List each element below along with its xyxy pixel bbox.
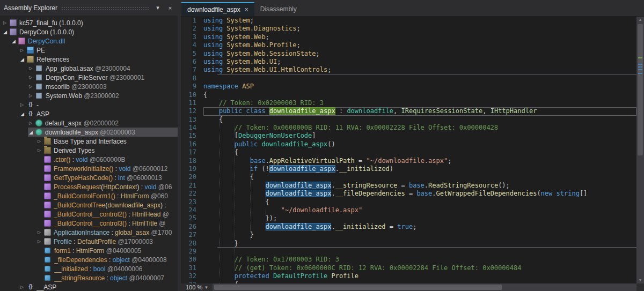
expander-collapsed-icon[interactable]: ▷ [36, 148, 44, 153]
code-line-11[interactable]: 11 // Token: 0x02000003 RID: 3 [181, 99, 636, 107]
tree-item-label: FrameworkInitialize() : void @06000012 [54, 165, 167, 173]
expander-collapsed-icon[interactable]: ▷ [19, 102, 27, 107]
tree-item-pe[interactable]: ▷PE [0, 46, 178, 55]
expander-collapsed-icon[interactable]: ▷ [19, 285, 27, 289]
tree-item-derpycon-dll[interactable]: ◢DerpyCon.dll [0, 36, 178, 46]
code-line-7[interactable]: 7using System.Web.UI.HtmlControls; [181, 66, 636, 74]
code-line-27[interactable]: 27 } [181, 231, 636, 239]
code-line-1[interactable]: 1using System; [181, 17, 636, 25]
code-line-6[interactable]: 6using System.Web.UI; [181, 58, 636, 66]
panel-menu-button[interactable]: ▾ [153, 4, 162, 11]
expander-collapsed-icon[interactable]: ▷ [28, 84, 35, 89]
tree-item-mscorlib[interactable]: ▷mscorlib @23000003 [0, 82, 178, 91]
expander-expanded-icon[interactable]: ◢ [19, 111, 27, 117]
tree-item-filedependencies[interactable]: _fileDependencies : object @04000008 [0, 255, 178, 264]
tree-item-buildcontroltree[interactable]: _BuildControlTree(downloadfile_aspx) : [0, 200, 178, 210]
code-line-25[interactable]: 25 }); [181, 214, 636, 222]
expander-collapsed-icon[interactable]: ▷ [28, 121, 35, 125]
tree-item-gettypehashcode[interactable]: GetTypeHashCode() : int @06000013 [0, 173, 178, 182]
line-number: 15 [181, 132, 203, 140]
expander-expanded-icon[interactable]: ◢ [2, 29, 10, 35]
code-line-5[interactable]: 5using System.Web.SessionState; [181, 50, 636, 58]
tree-item-processrequest[interactable]: ProcessRequest(HttpContext) : void @06 [0, 182, 178, 191]
tree-item-[interactable]: ▷{}- [0, 100, 178, 109]
tree-item-buildcontrol-control3[interactable]: _BuildControl__control3() : HtmlTitle @ [0, 219, 178, 228]
code-line-13[interactable]: 13 { [181, 116, 636, 124]
panel-close-button[interactable]: × [166, 5, 174, 11]
code-line-30[interactable]: 30 // Token: 0x17000003 RID: 3 [181, 256, 636, 264]
tree-item-profile[interactable]: ▷Profile : DefaultProfile @17000003 [0, 237, 178, 246]
expander-expanded-icon[interactable]: ◢ [11, 39, 18, 44]
tree-item-label: Derived Types [54, 147, 94, 154]
tree-item-derived-types[interactable]: ▷Derived Types [0, 146, 178, 155]
code-line-10[interactable]: 10{ [181, 91, 636, 99]
expander-collapsed-icon[interactable]: ▷ [28, 93, 35, 98]
scroll-down-icon[interactable]: ▼ [636, 277, 644, 283]
code-line-14[interactable]: 14 // Token: 0x0600000B RID: 11 RVA: 0x0… [181, 124, 636, 132]
code-line-28[interactable]: 28 } [181, 240, 636, 248]
code-line-19[interactable]: 19 if (!downloadfile_aspx.__initialized) [181, 165, 636, 173]
code-line-20[interactable]: 20 { [181, 173, 636, 181]
code-line-12[interactable]: 12 public class downloadfile_aspx : down… [181, 107, 636, 115]
code-line-17[interactable]: 17 { [181, 148, 636, 156]
line-text: { [203, 116, 636, 124]
tree-item-downloadfile-aspx[interactable]: ◢downloadfile_aspx @02000003 [0, 128, 178, 137]
vertical-scroll-thumb[interactable] [638, 24, 643, 155]
tab-downloadfile-aspx[interactable]: downloadfile_aspx× [181, 2, 254, 16]
tree-item-base-type-and-interfaces[interactable]: ▷Base Type and Interfaces [0, 137, 178, 146]
tree-item-app-global-asax[interactable]: ▷App_global.asax @23000004 [0, 64, 178, 73]
expander-collapsed-icon[interactable]: ▷ [28, 66, 35, 71]
tree-item-kc57-final-fu-1-0-0-0[interactable]: ▷kc57_final_fu (1.0.0.0) [0, 18, 178, 27]
horizontal-scroll-thumb[interactable] [214, 285, 502, 290]
code-line-31[interactable]: 31 // (get) Token: 0x0600000C RID: 12 RV… [181, 264, 636, 272]
expander-collapsed-icon[interactable]: ▷ [2, 20, 10, 25]
tree-item-label: default_aspx @02000002 [45, 120, 119, 127]
vertical-scrollbar[interactable]: ▲ ▼ [636, 17, 644, 283]
tree-item-ctor[interactable]: .ctor() : void @0600000B [0, 155, 178, 164]
code-line-21[interactable]: 21 downloadfile_aspx.__stringResource = … [181, 182, 636, 190]
tree-item-initialized[interactable]: __initialized : bool @04000006 [0, 264, 178, 273]
tree-item-asp[interactable]: ◢{}ASP [0, 109, 178, 118]
expander-collapsed-icon[interactable]: ▷ [36, 230, 44, 235]
zoom-control[interactable]: 100 % ▾ [181, 283, 213, 291]
scroll-mark [638, 66, 642, 68]
tree-item-form1[interactable]: form1 : HtmlForm @04000005 [0, 246, 178, 255]
tree-item-derpycon-1-0-0-0[interactable]: ◢DerpyCon (1.0.0.0) [0, 27, 178, 36]
tree-item-stringresource[interactable]: __stringResource : object @04000007 [0, 273, 178, 282]
horizontal-scrollbar[interactable] [213, 283, 636, 291]
code-line-3[interactable]: 3using System.Web; [181, 33, 636, 41]
code-line-2[interactable]: 2using System.Diagnostics; [181, 25, 636, 33]
expander-expanded-icon[interactable]: ◢ [28, 130, 35, 135]
tab-close-icon[interactable]: × [245, 6, 248, 13]
code-line-26[interactable]: 26 downloadfile_aspx.__initialized = tru… [181, 223, 636, 231]
tree-item-buildcontrol-control2[interactable]: _BuildControl__control2() : HtmlHead @ [0, 210, 178, 219]
tree-item-references[interactable]: ◢References [0, 55, 178, 64]
tab-disassembly[interactable]: Disassembly [254, 2, 303, 16]
tree-item-frameworkinitialize[interactable]: FrameworkInitialize() : void @06000012 [0, 164, 178, 173]
tree-item-system-web[interactable]: ▷System.Web @23000002 [0, 91, 178, 100]
tree-item-applicationinstance[interactable]: ▷ApplicationInstance : global_asax @1700 [0, 228, 178, 237]
expander-expanded-icon[interactable]: ◢ [19, 57, 27, 62]
expander-collapsed-icon[interactable]: ▷ [19, 48, 27, 53]
code-line-18[interactable]: 18 base.AppRelativeVirtualPath = "~/down… [181, 157, 636, 165]
expander-collapsed-icon[interactable]: ▷ [36, 139, 44, 144]
code-line-16[interactable]: 16 public downloadfile_aspx() [181, 140, 636, 148]
code-line-15[interactable]: 15 [DebuggerNonUserCode] [181, 132, 636, 140]
code-line-4[interactable]: 4using System.Web.Profile; [181, 41, 636, 49]
tree-item-label: __ASP [36, 283, 56, 291]
tree-item-default-aspx[interactable]: ▷default_aspx @02000002 [0, 118, 178, 128]
code-line-24[interactable]: 24 "~/downloadfile.aspx" [181, 206, 636, 214]
code-line-32[interactable]: 32 protected DefaultProfile Profile [181, 272, 636, 280]
expander-collapsed-icon[interactable]: ▷ [36, 239, 44, 244]
code-editor[interactable]: 1using System;2using System.Diagnostics;… [181, 17, 636, 291]
code-line-22[interactable]: 22 downloadfile_aspx.__fileDependencies … [181, 190, 636, 198]
tree-item-buildcontrolform1[interactable]: _BuildControlForm1() : HtmlForm @060 [0, 191, 178, 200]
code-line-9[interactable]: 9namespace ASP [181, 83, 636, 91]
code-line-8[interactable]: 8 [181, 74, 636, 83]
expander-collapsed-icon[interactable]: ▷ [28, 75, 35, 80]
code-line-29[interactable]: 29 [181, 248, 636, 256]
tree-item-derpycon-fileserver[interactable]: ▷DerpyCon_FileServer @23000001 [0, 73, 178, 82]
code-line-23[interactable]: 23 { [181, 198, 636, 206]
tree-item-asp[interactable]: ▷{}__ASP [0, 282, 178, 291]
scroll-up-icon[interactable]: ▲ [636, 17, 644, 23]
